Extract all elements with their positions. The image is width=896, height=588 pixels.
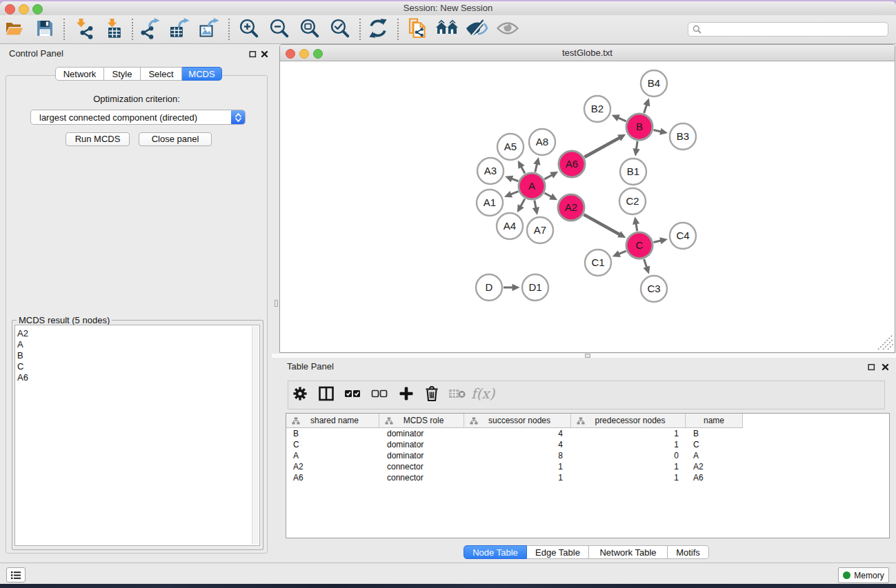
mcds-result-list[interactable]: A2ABCA6 (14, 325, 260, 546)
cell-shared-name[interactable]: A (286, 450, 379, 461)
cell-name[interactable]: A2 (686, 461, 743, 472)
tab-select[interactable]: Select (141, 67, 182, 81)
graph-node-A7[interactable]: A7 (527, 217, 553, 243)
table-panel-float-button[interactable] (866, 362, 876, 372)
first-neighbors-button[interactable] (435, 18, 459, 41)
graph-node-C[interactable]: C (626, 232, 653, 258)
cell-successor-nodes[interactable]: 1 (464, 461, 571, 472)
graph-node-D[interactable]: D (476, 274, 502, 301)
graph-node-B2[interactable]: B2 (584, 96, 610, 122)
cell-MCDS-role[interactable]: dominator (379, 428, 464, 439)
refresh-layout-button[interactable] (366, 18, 390, 41)
control-panel-close-button[interactable] (259, 49, 269, 59)
graph-node-B[interactable]: B (626, 114, 653, 140)
table-row-A6[interactable]: A6connector11A6 (286, 472, 889, 483)
select-all-button[interactable] (342, 385, 363, 405)
cell-successor-nodes[interactable]: 1 (464, 472, 571, 483)
tab-mcds[interactable]: MCDS (182, 67, 222, 81)
export-table-button[interactable] (168, 18, 192, 41)
graph-node-A1[interactable]: A1 (477, 190, 503, 216)
zoom-selected-button[interactable] (328, 18, 352, 41)
open-file-button[interactable] (3, 18, 26, 41)
graph-edge[interactable] (584, 214, 620, 235)
graph-node-A4[interactable]: A4 (497, 213, 523, 239)
horizontal-splitter[interactable] (272, 354, 896, 358)
tab-motifs[interactable]: Motifs (668, 545, 709, 559)
table-row-A[interactable]: Adominator80A (286, 450, 889, 461)
table-settings-button[interactable] (290, 385, 310, 405)
memory-button[interactable]: Memory (838, 567, 889, 583)
hide-selected-button[interactable] (465, 18, 488, 41)
cell-MCDS-role[interactable]: connector (379, 461, 464, 472)
import-network-button[interactable] (72, 18, 95, 41)
graph-node-B1[interactable]: B1 (620, 159, 646, 185)
cell-name[interactable]: A6 (686, 472, 743, 483)
task-history-button[interactable] (6, 567, 26, 582)
graph-node-B3[interactable]: B3 (670, 123, 696, 150)
graph-edge[interactable] (584, 137, 620, 157)
graph-edge[interactable] (544, 174, 552, 179)
table-row-A2[interactable]: A2connector11A2 (286, 461, 889, 472)
column-header-predecessor-nodes[interactable]: predecessor nodes (571, 414, 686, 428)
zoom-in-button[interactable] (237, 18, 261, 41)
graph-node-B4[interactable]: B4 (641, 70, 667, 97)
column-header-name[interactable]: name (686, 414, 743, 428)
result-item[interactable]: A2 (17, 328, 28, 339)
table-panel-close-button[interactable] (880, 362, 890, 372)
save-session-button[interactable] (33, 18, 57, 41)
criterion-dropdown[interactable]: largest connected component (directed) (30, 110, 246, 125)
cell-name[interactable]: A (686, 450, 743, 461)
cell-predecessor-nodes[interactable]: 1 (571, 439, 686, 450)
graph-node-A5[interactable]: A5 (497, 134, 524, 160)
cell-predecessor-nodes[interactable]: 0 (571, 450, 686, 461)
graph-node-A[interactable]: A (519, 173, 545, 199)
column-panel-button[interactable] (316, 385, 337, 405)
search-input[interactable] (701, 24, 888, 35)
run-mcds-button[interactable]: Run MCDS (66, 132, 130, 146)
table-row-C[interactable]: Cdominator41C (286, 439, 889, 450)
cell-shared-name[interactable]: C (286, 439, 379, 450)
tab-network[interactable]: Network (55, 67, 104, 81)
cell-predecessor-nodes[interactable]: 1 (571, 461, 686, 472)
tab-edge-table[interactable]: Edge Table (527, 545, 589, 559)
import-table-button[interactable] (102, 18, 126, 41)
cell-shared-name[interactable]: A6 (286, 472, 379, 483)
graph-node-A6[interactable]: A6 (559, 151, 585, 177)
column-header-successor-nodes[interactable]: successor nodes (464, 414, 571, 428)
result-item[interactable]: A (17, 339, 28, 350)
cell-shared-name[interactable]: A2 (286, 461, 379, 472)
graph-node-C3[interactable]: C3 (641, 276, 667, 302)
graph-node-A3[interactable]: A3 (477, 158, 504, 184)
graph-edge[interactable] (617, 117, 626, 121)
graph-node-A8[interactable]: A8 (529, 129, 555, 155)
zoom-fit-button[interactable] (298, 18, 321, 41)
cell-MCDS-role[interactable]: connector (379, 472, 464, 483)
zoom-out-button[interactable] (268, 18, 291, 41)
column-header-shared-name[interactable]: shared name (286, 414, 379, 428)
vertical-splitter-handle[interactable] (275, 300, 278, 307)
graph-node-D1[interactable]: D1 (522, 274, 548, 301)
graph-edge[interactable] (644, 104, 647, 113)
close-panel-button[interactable]: Close panel (139, 132, 212, 146)
clone-network-button[interactable] (406, 18, 429, 41)
cell-shared-name[interactable]: B (286, 428, 379, 439)
graph-node-C4[interactable]: C4 (670, 223, 696, 249)
tab-network-table[interactable]: Network Table (589, 545, 668, 559)
control-panel-float-button[interactable] (248, 49, 257, 59)
tab-style[interactable]: Style (104, 67, 141, 81)
graph-node-C1[interactable]: C1 (585, 250, 611, 276)
search-field[interactable] (688, 22, 888, 37)
cell-successor-nodes[interactable]: 8 (464, 450, 571, 461)
result-item[interactable]: C (17, 361, 28, 372)
cell-name[interactable]: C (686, 439, 743, 450)
result-item[interactable]: A6 (17, 372, 28, 383)
graph-edge[interactable] (520, 199, 525, 207)
export-network-button[interactable] (139, 18, 163, 41)
horizontal-splitter-handle[interactable] (585, 354, 590, 358)
cell-MCDS-role[interactable]: dominator (379, 450, 464, 461)
graph-node-C2[interactable]: C2 (619, 188, 646, 214)
cell-predecessor-nodes[interactable]: 1 (571, 428, 686, 439)
cell-successor-nodes[interactable]: 4 (464, 439, 571, 450)
graph-edge[interactable] (644, 259, 647, 268)
show-all-button[interactable] (496, 18, 519, 41)
